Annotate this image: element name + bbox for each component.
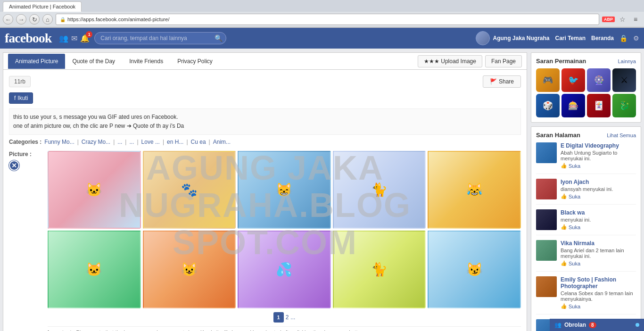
- image-cell-3[interactable]: 😸: [238, 151, 331, 229]
- messages-icon[interactable]: ✉: [71, 34, 77, 43]
- adblock-badge: ABP: [602, 17, 615, 22]
- page-name-4[interactable]: Vika Nirmala: [561, 240, 636, 247]
- game-thumb-1[interactable]: 🎮: [536, 68, 560, 92]
- page-info-4: Vika Nirmala Bang Ariel dan 2 teman lain…: [561, 240, 636, 266]
- game-thumb-2[interactable]: 🐦: [561, 68, 585, 92]
- app-body: AGUNG JAKA NUGRAHA.BLOG SPOT.COM 11rb 🚩 …: [3, 69, 527, 331]
- home-link[interactable]: Beranda: [591, 35, 614, 41]
- categories-label: Categories :: [9, 139, 41, 145]
- facebook-logo[interactable]: facebook: [5, 31, 51, 46]
- game-thumb-7[interactable]: 🃏: [587, 94, 611, 117]
- header-icons: 👥 ✉ 🔔 1: [59, 34, 90, 43]
- menu-button[interactable]: ≡: [630, 14, 641, 25]
- upload-image-button[interactable]: ★★★ Upload Image: [418, 55, 482, 67]
- browser-right-icons: ABP ☆ ≡: [602, 14, 641, 25]
- like-button[interactable]: f Ikuti: [9, 92, 33, 104]
- category-link-5[interactable]: Love ...: [141, 139, 160, 145]
- games-section: Saran Permainan Lainnya 🎮 🐦 🎡 ⚔ 🎲: [531, 52, 641, 123]
- page-name-5[interactable]: Emily Soto | Fashion Photographer: [561, 276, 636, 290]
- page-thumb-3: [536, 209, 557, 230]
- game-thumb-6[interactable]: 🎰: [561, 94, 585, 117]
- page-desc-1: Abah Untung Sugiarto to menyukai ini.: [561, 150, 636, 161]
- page-desc-3: menyukai ini.: [561, 217, 636, 223]
- user-info[interactable]: Agung Jaka Nugraha: [476, 31, 549, 45]
- chat-count: 8: [589, 322, 596, 328]
- tab-privacy-policy[interactable]: Privacy Policy: [170, 54, 220, 69]
- share-button[interactable]: 🚩 Share: [483, 75, 521, 88]
- page-2-link[interactable]: 2: [286, 314, 289, 321]
- game-thumb-8[interactable]: 🐉: [612, 94, 636, 117]
- page-name-1[interactable]: E Digital Videography: [561, 142, 636, 149]
- game-thumb-4[interactable]: ⚔: [612, 68, 636, 92]
- category-link-2[interactable]: Crazy Mo...: [82, 139, 110, 145]
- find-friends-link[interactable]: Cari Teman: [555, 35, 586, 41]
- page-like-5[interactable]: 👍 Suka: [561, 303, 636, 309]
- page-name-3[interactable]: Black wa: [561, 209, 636, 216]
- image-cell-8[interactable]: 💦: [238, 231, 331, 308]
- page-info-1: E Digital Videography Abah Untung Sugiar…: [561, 142, 636, 169]
- page-info-2: Iyon Ajach diansyah menyukai ini. 👍 Suka: [561, 179, 636, 199]
- suggested-page-4: Vika Nirmala Bang Ariel dan 2 teman lain…: [536, 240, 636, 272]
- image-cell-1[interactable]: 🐱: [48, 151, 141, 229]
- category-link-6[interactable]: en H...: [167, 139, 183, 145]
- header-right: Agung Jaka Nugraha Cari Teman Beranda 🔒 …: [476, 31, 639, 45]
- home-button[interactable]: ⌂: [42, 14, 53, 25]
- page-like-4[interactable]: 👍 Suka: [561, 260, 636, 266]
- image-cell-6[interactable]: 🐱: [48, 231, 141, 308]
- game-thumb-5[interactable]: 🎲: [536, 94, 560, 117]
- image-cell-9[interactable]: 🐈: [333, 231, 426, 308]
- games-more-link[interactable]: Lainnya: [618, 58, 636, 64]
- picture-section: Picture : ✕ 🐱 🐾 😸: [9, 151, 521, 331]
- page-desc-2: diansyah menyukai ini.: [561, 186, 636, 192]
- back-button[interactable]: ←: [3, 14, 13, 25]
- lock-icon: 🔒: [60, 17, 66, 22]
- category-link-3[interactable]: ...: [117, 139, 122, 145]
- settings-icon[interactable]: 🔒: [619, 34, 627, 42]
- category-link-7[interactable]: Cu ea: [191, 139, 206, 145]
- fan-page-button[interactable]: Fan Page: [485, 55, 522, 67]
- pages-title: Saran Halaman Lihat Semua: [536, 132, 636, 139]
- image-grid-inner: 🐱 🐾 😸 🐈 😹: [48, 151, 521, 308]
- suggested-page-1: E Digital Videography Abah Untung Sugiar…: [536, 142, 636, 174]
- chat-bar[interactable]: 👥 Obrolan 8: [550, 319, 644, 331]
- category-link-8[interactable]: Anim...: [213, 139, 231, 145]
- browser-tabs: Animated Picture | Facebook: [0, 0, 644, 12]
- category-link-4[interactable]: ...: [129, 139, 134, 145]
- tab-quote-of-the-day[interactable]: Quote of the Day: [65, 54, 122, 69]
- page-like-2[interactable]: 👍 Suka: [561, 193, 636, 199]
- gear-icon[interactable]: ⚙: [633, 34, 639, 42]
- tab-animated-picture[interactable]: Animated Picture: [8, 54, 65, 69]
- tab-invite-friends[interactable]: Invite Friends: [122, 54, 170, 69]
- pages-more-link[interactable]: Lihat Semua: [607, 132, 636, 138]
- page-more-link[interactable]: ...: [290, 314, 295, 321]
- game-thumb-3[interactable]: 🎡: [587, 68, 611, 92]
- suggested-pages-section: Saran Halaman Lihat Semua E Digital Vide…: [531, 126, 641, 331]
- page-like-3[interactable]: 👍 Suka: [561, 224, 636, 230]
- browser-tab-active[interactable]: Animated Picture | Facebook: [3, 1, 82, 12]
- suggested-page-2: Iyon Ajach diansyah menyukai ini. 👍 Suka: [536, 179, 636, 205]
- games-grid: 🎮 🐦 🎡 ⚔ 🎲 🎰 🃏: [536, 68, 636, 117]
- bookmark-star-button[interactable]: ☆: [617, 14, 628, 25]
- browser-toolbar: ← → ↻ ⌂ 🔒 https://apps.facebook.com/anim…: [0, 12, 644, 27]
- close-button[interactable]: ✕: [9, 160, 19, 171]
- image-cell-2[interactable]: 🐾: [143, 151, 236, 229]
- category-link-1[interactable]: Funny Mo...: [44, 139, 74, 145]
- forward-button[interactable]: →: [16, 14, 26, 25]
- image-cell-5[interactable]: 😹: [428, 151, 521, 229]
- image-cell-10[interactable]: 😼: [428, 231, 521, 308]
- friends-icon[interactable]: 👥: [59, 34, 68, 43]
- page-name-2[interactable]: Iyon Ajach: [561, 179, 636, 185]
- categories-row: Categories : Funny Mo... | Crazy Mo... |…: [9, 139, 521, 145]
- reload-button[interactable]: ↻: [29, 14, 40, 25]
- page-like-1[interactable]: 👍 Suka: [561, 163, 636, 169]
- username-label: Agung Jaka Nugraha: [493, 35, 549, 41]
- image-cell-7[interactable]: 😺: [143, 231, 236, 308]
- main-layout: Animated Picture Quote of the Day Invite…: [0, 49, 644, 331]
- counter-row: 11rb 🚩 Share: [9, 75, 521, 88]
- search-wrapper: 🔍: [94, 32, 226, 44]
- search-input[interactable]: [94, 32, 226, 44]
- image-cell-4[interactable]: 🐈: [333, 151, 426, 229]
- page-1-button[interactable]: 1: [273, 312, 284, 323]
- pagination: 1 2 ...: [48, 312, 521, 323]
- page-info-5: Emily Soto | Fashion Photographer Celana…: [561, 276, 636, 309]
